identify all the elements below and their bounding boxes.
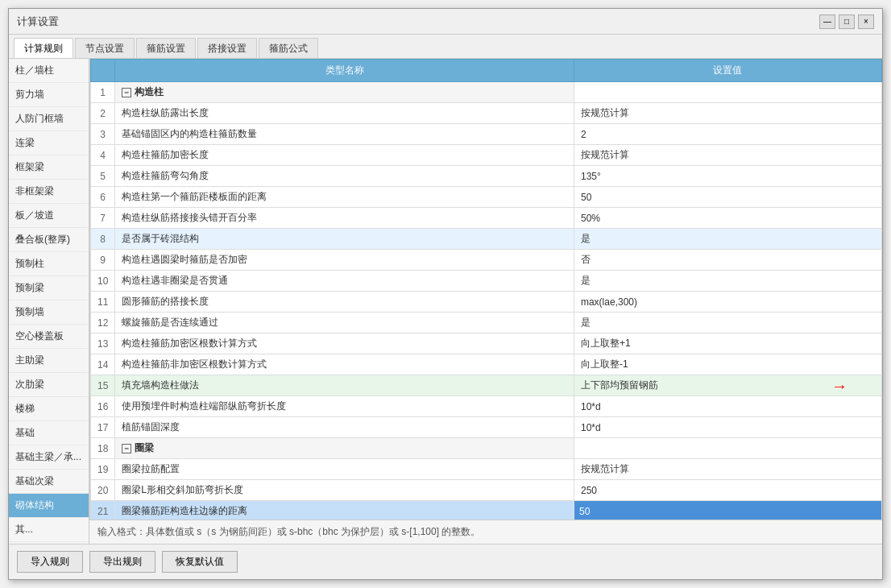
export-rules-button[interactable]: 导出规则	[89, 551, 155, 573]
row-name: 构造柱第一个箍筋距楼板面的距离	[115, 187, 574, 208]
sidebar-item-non-frame-beam[interactable]: 非框架梁	[9, 180, 89, 204]
row-name: 填充墙构造柱做法 →	[115, 375, 574, 396]
table-row[interactable]: 17 植筋锚固深度 10*d	[91, 417, 882, 438]
row-number: 12	[91, 313, 115, 333]
row-value[interactable]: 是	[574, 313, 881, 333]
row-value[interactable]: 上下部均预留钢筋	[574, 375, 881, 396]
collapse-icon[interactable]: －	[122, 444, 131, 453]
row-number: 19	[91, 459, 115, 480]
row-value[interactable]: 10*d	[574, 396, 881, 417]
table-row[interactable]: 12 螺旋箍筋是否连续通过 是	[91, 313, 882, 333]
table-container[interactable]: 类型名称 设置值 1 －构造柱	[89, 59, 882, 520]
row-number: 16	[91, 396, 115, 417]
row-number: 17	[91, 417, 115, 438]
sidebar-item-masonry[interactable]: 砌体结构	[9, 494, 89, 518]
table-row[interactable]: 7 构造柱纵筋搭接接头错开百分率 50%	[91, 208, 882, 229]
tab-splice-settings[interactable]: 搭接设置	[197, 38, 257, 58]
minimize-button[interactable]: —	[819, 14, 835, 29]
sidebar-item-sec-rib[interactable]: 次肋梁	[9, 373, 89, 397]
row-name: 螺旋箍筋是否连续通过	[115, 313, 574, 333]
restore-defaults-button[interactable]: 恢复默认值	[162, 551, 238, 573]
row-name: 植筋锚固深度	[115, 417, 574, 438]
settings-table: 类型名称 设置值 1 －构造柱	[90, 59, 882, 520]
row-number: 6	[91, 187, 115, 208]
row-name: 构造柱纵筋搭接接头错开百分率	[115, 208, 574, 229]
main-window: 计算设置 — □ × 计算规则 节点设置 箍筋设置 搭接设置 箍筋公式 柱／墙柱…	[8, 8, 883, 580]
table-row[interactable]: 19 圈梁拉筋配置 按规范计算	[91, 459, 882, 480]
sidebar-item-main-rib[interactable]: 主助梁	[9, 349, 89, 373]
table-row[interactable]: 8 是否属于砖混结构 是	[91, 229, 882, 250]
sidebar-item-hollow-slab[interactable]: 空心楼盖板	[9, 325, 89, 349]
row-name: 构造柱遇圆梁时箍筋是否加密	[115, 250, 574, 271]
table-row[interactable]: 20 圈梁L形相交斜加筋弯折长度 250	[91, 480, 882, 501]
row-name: 圈梁箍筋距构造柱边缘的距离	[115, 501, 574, 520]
section-name: －圈梁	[115, 438, 574, 459]
sidebar-item-column[interactable]: 柱／墙柱	[9, 59, 89, 83]
row-value[interactable]: 135°	[574, 166, 881, 187]
sidebar-item-other[interactable]: 其...	[9, 518, 89, 542]
row-name: 是否属于砖混结构	[115, 229, 574, 250]
import-rules-button[interactable]: 导入规则	[17, 551, 83, 573]
row-name: 构造柱箍筋非加密区根数计算方式	[115, 354, 574, 375]
row-name: 构造柱箍筋弯勾角度	[115, 166, 574, 187]
row-number: 5	[91, 166, 115, 187]
table-row[interactable]: 14 构造柱箍筋非加密区根数计算方式 向上取整-1	[91, 354, 882, 375]
tab-calc-rules[interactable]: 计算规则	[14, 38, 73, 58]
sidebar-item-composite-slab[interactable]: 叠合板(整厚)	[9, 228, 89, 252]
close-button[interactable]: ×	[858, 14, 874, 29]
sidebar-item-precast-beam[interactable]: 预制梁	[9, 276, 89, 300]
row-value[interactable]: 按规范计算	[574, 459, 881, 480]
row-number: 13	[91, 333, 115, 354]
table-row[interactable]: 13 构造柱箍筋加密区根数计算方式 向上取整+1	[91, 333, 882, 354]
sidebar-item-precast-wall[interactable]: 预制墙	[9, 300, 89, 325]
row-value[interactable]: 2	[574, 124, 881, 145]
row-value[interactable]: 10*d	[574, 417, 881, 438]
sidebar-item-foundation-sec-beam[interactable]: 基础次梁	[9, 470, 89, 494]
row-value[interactable]: 是	[574, 229, 881, 250]
col-value-header: 设置值	[574, 60, 881, 82]
table-row[interactable]: 9 构造柱遇圆梁时箍筋是否加密 否	[91, 250, 882, 271]
table-row[interactable]: 15 填充墙构造柱做法 → 上下部均预留钢筋	[91, 375, 882, 396]
row-value[interactable]: 向上取整-1	[574, 354, 881, 375]
row-value[interactable]: 按规范计算	[574, 145, 881, 166]
tab-stirrup-settings[interactable]: 箍筋设置	[136, 38, 196, 58]
table-row[interactable]: 16 使用预埋件时构造柱端部纵筋弯折长度 10*d	[91, 396, 882, 417]
row-value-edit[interactable]: 50	[574, 501, 881, 520]
row-value	[574, 82, 881, 103]
table-row[interactable]: 4 构造柱箍筋加密长度 按规范计算	[91, 145, 882, 166]
row-number: 4	[91, 145, 115, 166]
row-value	[574, 438, 881, 459]
sidebar-item-slab[interactable]: 板／坡道	[9, 204, 89, 228]
bottom-hint: 输入格式：具体数值或 s（s 为钢筋间距）或 s-bhc（bhc 为保护层）或 …	[89, 520, 882, 544]
sidebar-item-frame-beam[interactable]: 框架梁	[9, 155, 89, 180]
sidebar-item-coupling-beam[interactable]: 连梁	[9, 131, 89, 155]
sidebar-item-foundation-main-beam[interactable]: 基础主梁／承...	[9, 445, 89, 470]
table-row[interactable]: 10 构造柱遇非圈梁是否贯通 是	[91, 271, 882, 292]
sidebar-item-precast-column[interactable]: 预制柱	[9, 252, 89, 276]
sidebar-item-foundation[interactable]: 基础	[9, 421, 89, 445]
row-value[interactable]: 250	[574, 480, 881, 501]
tab-stirrup-formula[interactable]: 箍筋公式	[259, 38, 318, 58]
tab-node-settings[interactable]: 节点设置	[75, 38, 135, 58]
table-row[interactable]: 5 构造柱箍筋弯勾角度 135°	[91, 166, 882, 187]
table-row-selected[interactable]: 21 圈梁箍筋距构造柱边缘的距离 50	[91, 501, 882, 520]
row-value[interactable]: 向上取整+1	[574, 333, 881, 354]
row-name: 构造柱箍筋加密长度	[115, 145, 574, 166]
row-value[interactable]: 按规范计算	[574, 103, 881, 124]
title-bar: 计算设置 — □ ×	[9, 9, 882, 35]
row-number: 15	[91, 375, 115, 396]
row-value[interactable]: max(lae,300)	[574, 292, 881, 313]
sidebar-item-stair[interactable]: 楼梯	[9, 397, 89, 421]
table-row[interactable]: 6 构造柱第一个箍筋距楼板面的距离 50	[91, 187, 882, 208]
sidebar-item-shear-wall[interactable]: 剪力墙	[9, 83, 89, 107]
table-row[interactable]: 3 基础锚固区内的构造柱箍筋数量 2	[91, 124, 882, 145]
row-value[interactable]: 50%	[574, 208, 881, 229]
collapse-icon[interactable]: －	[122, 88, 131, 97]
row-value[interactable]: 否	[574, 250, 881, 271]
row-value[interactable]: 50	[574, 187, 881, 208]
table-row[interactable]: 11 圆形箍筋的搭接长度 max(lae,300)	[91, 292, 882, 313]
row-value[interactable]: 是	[574, 271, 881, 292]
table-row[interactable]: 2 构造柱纵筋露出长度 按规范计算	[91, 103, 882, 124]
maximize-button[interactable]: □	[839, 14, 855, 29]
sidebar-item-blast-wall[interactable]: 人防门框墙	[9, 107, 89, 131]
